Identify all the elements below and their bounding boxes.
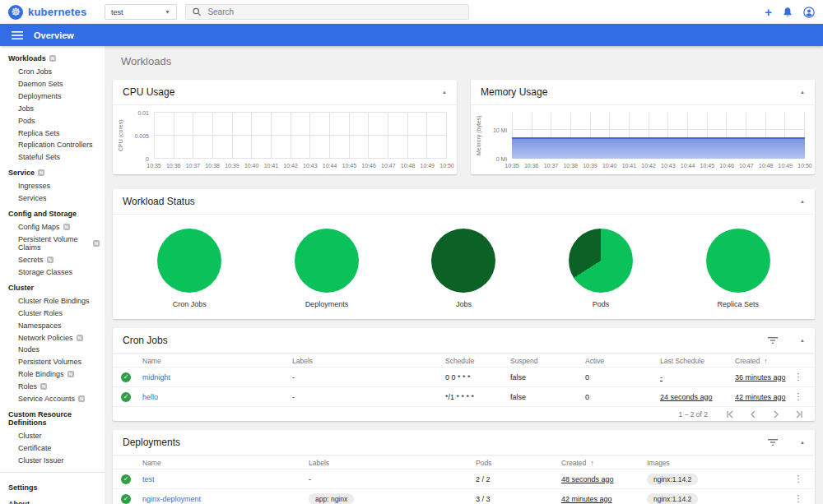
user-profile-icon[interactable]: [803, 7, 815, 18]
sidebar-item-service-accounts[interactable]: Service AccountsN: [0, 393, 105, 405]
memory-chart-plot-area: [512, 113, 805, 159]
namespace-selector[interactable]: test ▼: [105, 4, 177, 20]
col-suspend[interactable]: Suspend: [510, 357, 585, 365]
notifications-bell-icon[interactable]: [783, 7, 793, 17]
sidebar-item-persistent-volumes[interactable]: Persistent Volumes: [0, 356, 105, 368]
jobs-pie-chart[interactable]: [431, 229, 495, 293]
cron-job-link[interactable]: hello: [142, 393, 158, 401]
sidebar-item-ingresses[interactable]: Ingresses: [0, 180, 105, 192]
col-labels[interactable]: Labels: [309, 459, 476, 467]
cron-job-link[interactable]: midnight: [142, 373, 170, 381]
sidebar-item-crd-cluster-issuer[interactable]: Cluster Issuer: [0, 454, 105, 466]
sidebar-group-workloads[interactable]: Workloads N: [0, 49, 105, 66]
created-cell[interactable]: 42 minutes ago: [735, 393, 786, 401]
search-icon: [193, 7, 201, 16]
workload-status-title: Workload Status: [123, 196, 195, 207]
sidebar-group-service[interactable]: Service N: [0, 164, 105, 180]
sidebar-item-nodes[interactable]: Nodes: [0, 344, 105, 356]
collapse-arrow-icon[interactable]: ▲: [800, 90, 805, 95]
x-tick-label: 10:40: [602, 163, 617, 169]
created-cell[interactable]: 48 seconds ago: [561, 475, 614, 483]
filter-icon[interactable]: [767, 438, 779, 446]
collapse-arrow-icon[interactable]: ▲: [442, 90, 447, 95]
col-images[interactable]: Images: [647, 459, 788, 467]
col-pods[interactable]: Pods: [476, 459, 561, 467]
sidebar-item-role-bindings[interactable]: Role BindingsN: [0, 368, 105, 381]
x-tick-label: 10:36: [524, 163, 539, 169]
x-tick-label: 10:46: [719, 163, 734, 169]
status-ok-check-icon: ✓: [121, 392, 131, 402]
deployments-pie-chart[interactable]: [295, 229, 359, 293]
namespaced-badge: N: [49, 55, 56, 62]
row-actions-menu-icon[interactable]: ⋮: [788, 372, 808, 382]
search-bar[interactable]: [185, 4, 469, 20]
sidebar-item-stateful-sets[interactable]: Stateful Sets: [0, 151, 105, 164]
sidebar-item-cluster-roles[interactable]: Cluster Roles: [0, 307, 105, 320]
last-page-icon[interactable]: [795, 410, 803, 418]
deployment-link[interactable]: test: [142, 475, 155, 483]
gridline: [252, 113, 272, 159]
create-resource-plus-icon[interactable]: +: [765, 6, 772, 18]
sidebar-item-replica-sets[interactable]: Replica Sets: [0, 127, 105, 139]
sidebar-item-deployments[interactable]: Deployments: [0, 90, 105, 103]
sidebar-item-secrets[interactable]: SecretsN: [0, 254, 105, 266]
created-cell[interactable]: 42 minutes ago: [561, 495, 612, 503]
sidebar-item-cron-jobs[interactable]: Cron Jobs: [0, 66, 105, 78]
memory-usage-area-series: [512, 137, 805, 159]
sidebar-item-crd-certificate[interactable]: Certificate: [0, 442, 105, 455]
first-page-icon[interactable]: [726, 410, 734, 418]
pie-label: Pods: [593, 300, 610, 308]
sidebar-item-jobs[interactable]: Jobs: [0, 103, 105, 115]
gridline: [233, 113, 253, 159]
created-cell[interactable]: 36 minutes ago: [735, 373, 786, 381]
sidebar-item-cluster-role-bindings[interactable]: Cluster Role Bindings: [0, 295, 105, 307]
namespaced-badge: N: [77, 335, 83, 341]
pods-pie-chart[interactable]: [569, 229, 633, 293]
sidebar-group-config-and-storage[interactable]: Config and Storage: [0, 205, 105, 221]
sidebar-item-about[interactable]: About: [0, 495, 105, 504]
previous-page-icon[interactable]: [749, 410, 757, 418]
sidebar-item-config-maps[interactable]: Config MapsN: [0, 221, 105, 234]
last-schedule-cell[interactable]: 24 seconds ago: [660, 393, 713, 401]
brand[interactable]: ☸ kubernetes: [8, 5, 105, 20]
menu-hamburger-icon[interactable]: [12, 31, 23, 39]
sidebar-item-persistent-volume-claims[interactable]: Persistent Volume ClaimsN: [0, 234, 105, 254]
deployment-link[interactable]: nginx-deployment: [142, 495, 201, 503]
sidebar-group-custom-resource-definitions[interactable]: Custom Resource Definitions: [0, 405, 105, 430]
sidebar-item-replication-controllers[interactable]: Replication Controllers: [0, 139, 105, 151]
sidebar-item-settings[interactable]: Settings: [0, 479, 105, 495]
col-created[interactable]: Created↑: [735, 357, 788, 365]
pagination-bar: 1 – 2 of 2: [113, 407, 815, 421]
workload-status-card: Workload Status ▲ Cron Jobs Deployments …: [113, 189, 815, 319]
search-input[interactable]: [207, 7, 462, 16]
sidebar-item-network-policies[interactable]: Network PoliciesN: [0, 331, 105, 344]
col-created[interactable]: Created↑: [561, 459, 647, 467]
collapse-arrow-icon[interactable]: ▲: [800, 440, 805, 445]
sidebar-item-daemon-sets[interactable]: Daemon Sets: [0, 78, 105, 90]
replica-sets-pie-chart[interactable]: [706, 229, 770, 293]
sidebar-item-storage-classes[interactable]: Storage Classes: [0, 266, 105, 279]
collapse-arrow-icon[interactable]: ▲: [800, 199, 805, 204]
sidebar-item-crd-cluster[interactable]: Cluster: [0, 430, 105, 442]
col-labels[interactable]: Labels: [292, 357, 445, 365]
row-actions-menu-icon[interactable]: ⋮: [788, 474, 808, 484]
col-name[interactable]: Name: [142, 357, 292, 365]
sidebar-item-services[interactable]: Services: [0, 192, 105, 205]
cron-jobs-pie-chart[interactable]: [157, 229, 221, 293]
y-tick-label: 10 Mi: [493, 127, 507, 133]
col-name[interactable]: Name: [142, 459, 309, 467]
last-schedule-cell[interactable]: -: [660, 373, 663, 381]
y-tick-label: 0 Mi: [496, 156, 507, 162]
next-page-icon[interactable]: [772, 410, 780, 418]
filter-icon[interactable]: [767, 336, 779, 344]
sidebar-item-pods[interactable]: Pods: [0, 115, 105, 127]
sidebar-item-namespaces[interactable]: Namespaces: [0, 320, 105, 332]
col-schedule[interactable]: Schedule: [445, 357, 510, 365]
collapse-arrow-icon[interactable]: ▲: [800, 338, 805, 343]
sidebar-group-cluster[interactable]: Cluster: [0, 279, 105, 295]
row-actions-menu-icon[interactable]: ⋮: [788, 391, 808, 402]
col-active[interactable]: Active: [585, 357, 660, 365]
col-last-schedule[interactable]: Last Schedule: [660, 357, 735, 365]
row-actions-menu-icon[interactable]: ⋮: [788, 493, 808, 504]
sidebar-item-roles[interactable]: RolesN: [0, 381, 105, 393]
